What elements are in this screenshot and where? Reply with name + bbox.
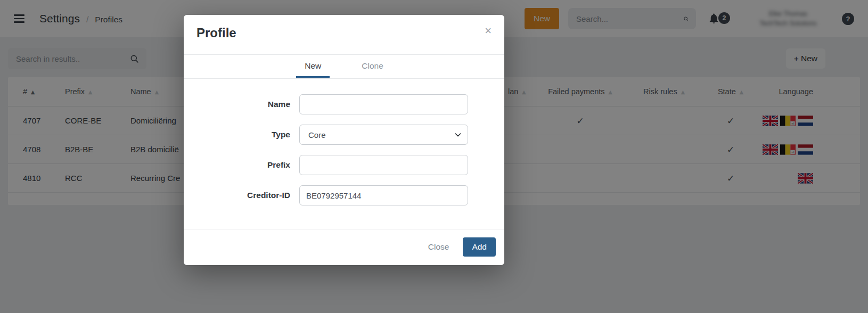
name-label: Name xyxy=(205,100,290,109)
creditor-id-field[interactable] xyxy=(299,185,468,205)
add-button[interactable]: Add xyxy=(463,237,496,257)
prefix-field[interactable] xyxy=(299,155,468,175)
modal-form: Name Type Core Prefix Credito xyxy=(184,79,504,216)
type-select[interactable]: Core xyxy=(299,125,468,145)
tab-clone[interactable]: Clone xyxy=(353,61,392,78)
profile-modal: Profile × New Clone Name Type Core xyxy=(184,15,504,265)
app-window: Settings / Profiles New 2 Elke Thomas Te… xyxy=(0,0,868,313)
name-field[interactable] xyxy=(299,94,468,114)
type-label: Type xyxy=(205,130,290,139)
modal-footer: Close Add xyxy=(184,229,504,265)
modal-header: Profile × xyxy=(184,15,504,55)
close-button[interactable]: Close xyxy=(420,237,458,257)
tab-new[interactable]: New xyxy=(296,61,330,78)
prefix-label: Prefix xyxy=(205,160,290,170)
creditor-id-label: Creditor-ID xyxy=(205,191,290,200)
close-icon[interactable]: × xyxy=(485,26,492,36)
modal-tabs: New Clone xyxy=(184,55,504,79)
modal-title: Profile xyxy=(196,26,236,40)
